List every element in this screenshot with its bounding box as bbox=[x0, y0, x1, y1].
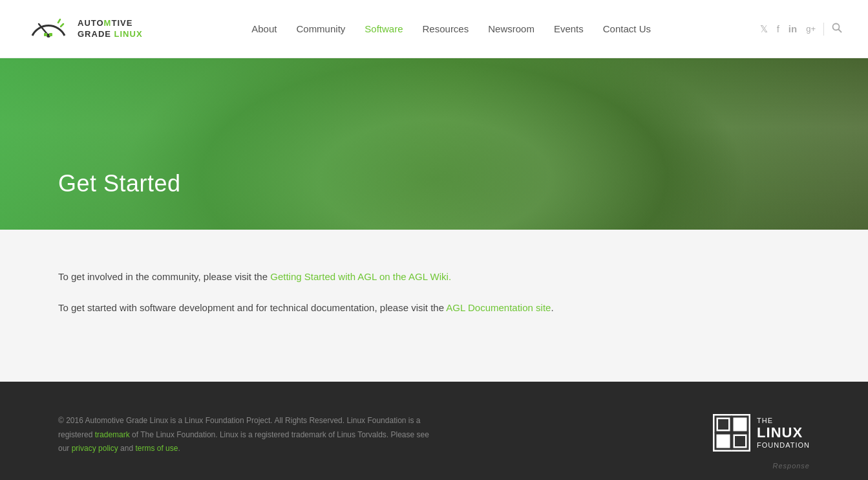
nav-events[interactable]: Events bbox=[554, 23, 584, 34]
svg-line-3 bbox=[58, 19, 60, 23]
site-header: AUTOMTIVEGRADE LINUX About Community Sof… bbox=[0, 0, 868, 58]
nav-newsroom[interactable]: Newsroom bbox=[488, 23, 535, 34]
linkedin-link[interactable]: in bbox=[789, 23, 797, 34]
logo[interactable]: AUTOMTIVEGRADE LINUX bbox=[26, 11, 143, 47]
facebook-link[interactable]: f bbox=[777, 23, 779, 34]
svg-line-2 bbox=[61, 24, 63, 27]
nav-contact[interactable]: Contact Us bbox=[603, 23, 651, 34]
svg-line-7 bbox=[839, 29, 842, 32]
hero-section: Get Started bbox=[0, 58, 868, 230]
social-links: 𝕏 f in g+ bbox=[760, 23, 816, 35]
footer-text: © 2016 Automotive Grade Linux is a Linux… bbox=[58, 414, 433, 456]
svg-rect-12 bbox=[735, 436, 745, 446]
trademark-link[interactable]: trademark bbox=[95, 430, 130, 439]
lf-the: THE bbox=[757, 417, 773, 424]
response-logo: Response bbox=[772, 461, 810, 470]
main-nav: About Community Software Resources Newsr… bbox=[251, 23, 651, 34]
nav-community[interactable]: Community bbox=[296, 23, 345, 34]
header-divider bbox=[823, 23, 824, 36]
twitter-link[interactable]: 𝕏 bbox=[760, 23, 768, 35]
main-content: To get involved in the community, please… bbox=[0, 230, 868, 382]
svg-rect-4 bbox=[44, 33, 47, 36]
docs-period: . bbox=[551, 302, 553, 313]
svg-rect-10 bbox=[718, 419, 728, 430]
search-icon bbox=[832, 23, 842, 33]
googleplus-link[interactable]: g+ bbox=[806, 24, 816, 34]
documentation-paragraph: To get started with software development… bbox=[58, 300, 810, 316]
terms-link[interactable]: terms of use bbox=[135, 444, 178, 453]
footer-period: . bbox=[178, 444, 180, 453]
community-paragraph: To get involved in the community, please… bbox=[58, 268, 810, 285]
svg-rect-5 bbox=[49, 33, 52, 36]
site-footer: © 2016 Automotive Grade Linux is a Linux… bbox=[0, 382, 868, 480]
footer-copyright: © 2016 Automotive Grade Linux is a Linux… bbox=[58, 414, 433, 456]
footer-logos: THE LINUX FOUNDATION Response bbox=[713, 414, 810, 470]
lf-linux: LINUX bbox=[757, 426, 810, 440]
agl-docs-link[interactable]: AGL Documentation site bbox=[446, 302, 551, 313]
search-button[interactable] bbox=[832, 23, 842, 36]
nav-about[interactable]: About bbox=[251, 23, 277, 34]
logo-text: AUTOMTIVEGRADE LINUX bbox=[78, 18, 143, 40]
nav-software[interactable]: Software bbox=[365, 23, 403, 34]
nav-resources[interactable]: Resources bbox=[423, 23, 469, 34]
logo-icon bbox=[26, 11, 71, 47]
lf-foundation: FOUNDATION bbox=[757, 441, 810, 449]
page-title: Get Started bbox=[58, 170, 181, 197]
lf-text: THE LINUX FOUNDATION bbox=[757, 415, 810, 451]
community-text-prefix: To get involved in the community, please… bbox=[58, 271, 270, 282]
lf-logo-icon bbox=[713, 414, 750, 452]
docs-text-prefix: To get started with software development… bbox=[58, 302, 446, 313]
agl-wiki-link[interactable]: Getting Started with AGL on the AGL Wiki… bbox=[270, 271, 451, 282]
and-text: and bbox=[118, 444, 136, 453]
privacy-link[interactable]: privacy policy bbox=[72, 444, 118, 453]
linux-foundation-logo: THE LINUX FOUNDATION bbox=[713, 414, 810, 452]
